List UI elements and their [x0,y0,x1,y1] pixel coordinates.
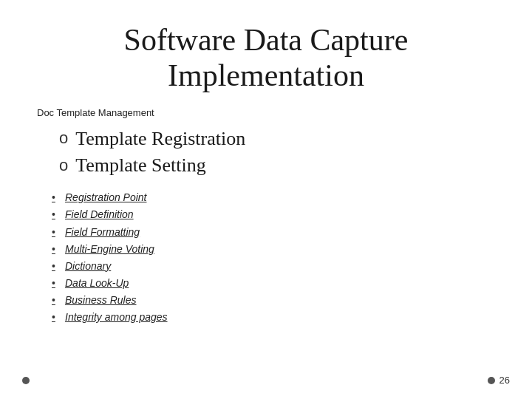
bottom-dot-left [22,377,30,384]
outline-label-2: Template Setting [75,152,206,179]
page-dot [488,377,495,384]
bullet-item-6: Data Look-Up [52,275,495,292]
slide-title: Software Data Capture Implementation [37,22,495,94]
bullet-item-2: Field Definition [52,206,495,223]
bottom-bar: 26 [0,375,532,386]
title-line2: Implementation [168,58,364,92]
page-number-container: 26 [488,375,510,386]
bullet-item-8: Integrity among pages [52,309,495,326]
title-line1: Software Data Capture [124,23,409,57]
slide: Software Data Capture Implementation Doc… [0,0,532,399]
bullet-item-1: Registration Point [52,189,495,206]
bullet-item-3: Field Formatting [52,224,495,241]
outline-item-1: Template Registration [59,126,495,152]
bullet-item-5: Dictionary [52,258,495,275]
subtitle: Doc Template Management [37,107,495,118]
outline-list: Template Registration Template Setting [59,126,495,180]
bullet-list: Registration Point Field Definition Fiel… [52,189,495,326]
outline-label-1: Template Registration [75,126,245,152]
bullet-item-7: Business Rules [52,292,495,309]
page-number: 26 [499,375,510,386]
bullet-item-4: Multi-Engine Voting [52,241,495,258]
outline-item-2: Template Setting [59,152,495,179]
